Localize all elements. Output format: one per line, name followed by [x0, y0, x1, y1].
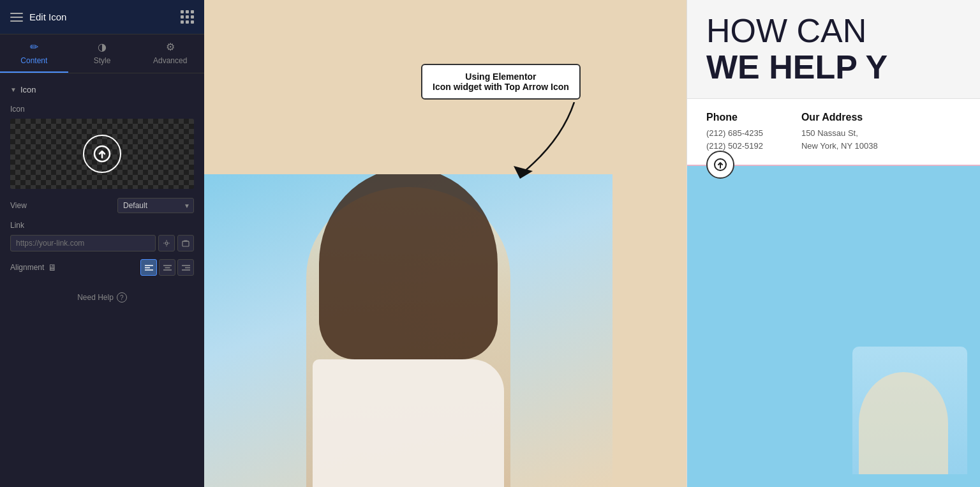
sidebar-header-left: Edit Icon — [10, 11, 66, 22]
align-center-icon — [163, 264, 172, 271]
tooltip-arrow-svg — [485, 102, 587, 179]
contact-info-section: Phone (212) 685-4235 (212) 502-5192 Our … — [687, 99, 980, 166]
need-help-label: Need Help — [77, 293, 114, 302]
icon-field-label: Icon — [10, 105, 194, 114]
link-field-label: Link — [10, 221, 194, 230]
sidebar-header: Edit Icon — [0, 0, 204, 34]
alignment-monitor-icon: 🖥 — [48, 262, 57, 273]
phone-number-2: (212) 502-5192 — [706, 140, 763, 153]
tooltip-line1: Using Elementor — [433, 71, 569, 82]
phone-label: Phone — [706, 112, 763, 123]
right-panel: HOW CAN WE HELP Y Phone (212) 685-4235 (… — [687, 0, 980, 487]
alignment-label: Alignment — [10, 263, 44, 272]
canvas-area[interactable]: Using Elementor Icon widget with Top Arr… — [204, 0, 687, 487]
align-center-button[interactable] — [159, 259, 175, 276]
gear-icon — [163, 239, 170, 247]
svg-point-1 — [165, 242, 168, 244]
align-left-icon — [145, 264, 153, 271]
apps-grid-icon[interactable] — [181, 10, 194, 24]
tabs-container: ✏ Content ◑ Style ⚙ Advanced — [0, 34, 204, 73]
photo-area — [204, 174, 612, 487]
hamburger-icon[interactable] — [10, 13, 23, 22]
alignment-label-group: Alignment 🖥 — [10, 262, 57, 273]
svg-marker-12 — [514, 166, 533, 179]
bottom-image-area — [700, 179, 967, 474]
link-input[interactable] — [10, 235, 156, 251]
trash-icon — [182, 239, 189, 247]
address-label: Our Address — [801, 112, 878, 123]
view-select-wrapper: Default Stacked Framed ▼ — [117, 198, 194, 213]
content-tab-icon: ✏ — [30, 41, 38, 53]
align-right-button[interactable] — [177, 259, 194, 276]
link-remove-button[interactable] — [177, 235, 194, 251]
icon-section-header: ▼ Icon — [0, 80, 204, 100]
main-canvas: Using Elementor Icon widget with Top Arr… — [204, 0, 687, 487]
tab-content[interactable]: ✏ Content — [0, 34, 68, 73]
address-line1: 150 Nassau St, — [801, 127, 878, 140]
right-bottom-section — [687, 166, 980, 487]
style-tab-icon: ◑ — [98, 41, 107, 53]
section-collapse-arrow[interactable]: ▼ — [10, 86, 17, 93]
help-circle-icon: ? — [117, 292, 127, 303]
icon-field-group: Icon — [0, 100, 204, 194]
section-icon-title: Icon — [20, 85, 36, 94]
link-settings-button[interactable] — [158, 235, 175, 251]
tooltip-line2: Icon widget with Top Arrow Icon — [433, 82, 569, 92]
view-select[interactable]: Default Stacked Framed — [117, 198, 194, 213]
icon-preview-box[interactable] — [10, 119, 194, 189]
page-title: Edit Icon — [29, 11, 66, 22]
heading-line2: WE HELP Y — [706, 49, 961, 86]
tab-advanced[interactable]: ⚙ Advanced — [136, 34, 204, 73]
sidebar: Edit Icon ✏ Content ◑ Style ⚙ Advanced ▼… — [0, 0, 204, 487]
link-input-wrapper — [10, 235, 194, 251]
widget-up-arrow-icon — [713, 158, 727, 172]
phone-number-1: (212) 685-4235 — [706, 127, 763, 140]
view-field-row: View Default Stacked Framed ▼ — [0, 194, 204, 217]
need-help-section[interactable]: Need Help ? — [0, 280, 204, 315]
align-right-icon — [182, 264, 190, 271]
up-arrow-icon — [93, 145, 111, 163]
tooltip-box: Using Elementor Icon widget with Top Arr… — [421, 64, 581, 100]
tooltip-annotation: Using Elementor Icon widget with Top Arr… — [421, 64, 581, 100]
heading-line1: HOW CAN — [706, 13, 961, 49]
align-left-button[interactable] — [140, 259, 157, 276]
tab-style[interactable]: ◑ Style — [68, 34, 137, 73]
phone-info-block: Phone (212) 685-4235 (212) 502-5192 — [706, 112, 763, 152]
svg-rect-2 — [182, 241, 189, 246]
advanced-tab-icon: ⚙ — [166, 41, 175, 53]
right-top-section: HOW CAN WE HELP Y — [687, 0, 980, 99]
tab-content-label: Content — [20, 56, 47, 65]
link-field-row: Link — [0, 217, 204, 255]
view-label: View — [10, 201, 27, 210]
sidebar-content: ▼ Icon Icon View Default Stacked — [0, 73, 204, 487]
address-line2: New York, NY 10038 — [801, 140, 878, 153]
tab-advanced-label: Advanced — [153, 56, 187, 65]
address-info-block: Our Address 150 Nassau St, New York, NY … — [801, 112, 878, 152]
icon-preview-circle — [83, 135, 121, 173]
tab-style-label: Style — [94, 56, 111, 65]
alignment-buttons — [140, 259, 194, 276]
alignment-field-row: Alignment 🖥 — [0, 255, 204, 280]
